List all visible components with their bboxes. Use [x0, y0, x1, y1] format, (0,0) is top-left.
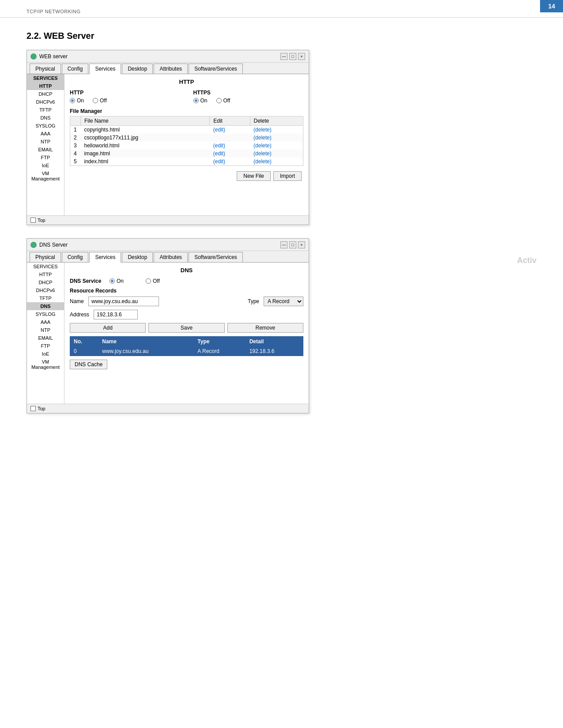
- sidebar-item-services[interactable]: SERVICES: [27, 74, 64, 82]
- dns-close-button[interactable]: ×: [298, 241, 305, 248]
- dns-minimize-button[interactable]: —: [280, 241, 287, 248]
- sidebar-item-syslog[interactable]: SYSLOG: [27, 122, 64, 130]
- dns-sidebar-item-tftp[interactable]: TFTP: [27, 294, 64, 302]
- dns-server-body: SERVICES HTTP DHCP DHCPv6 TFTP DNS SYSLO…: [27, 263, 309, 404]
- dns-on-radio-circle: [110, 278, 115, 284]
- file-table: File Name Edit Delete 1 copyrights.html …: [70, 116, 303, 166]
- file-col-num: [70, 116, 81, 126]
- file-num: 5: [70, 158, 81, 166]
- dns-server-window-title: DNS Server: [39, 242, 68, 248]
- sidebar-item-http[interactable]: HTTP: [27, 82, 64, 90]
- sidebar-item-ftp[interactable]: FTP: [27, 154, 64, 161]
- dns-tab-physical[interactable]: Physical: [30, 252, 61, 262]
- table-row[interactable]: 0 www.joy.csu.edu.au A Record 192.18.3.6: [70, 347, 303, 356]
- dns-cache-button[interactable]: DNS Cache: [70, 360, 107, 369]
- dns-type-label: Type: [248, 298, 259, 304]
- file-col-edit: Edit: [210, 116, 250, 126]
- web-server-body: SERVICES HTTP DHCP DHCPv6 TFTP DNS SYSLO…: [27, 74, 309, 215]
- dns-off-radio[interactable]: Off: [146, 278, 160, 284]
- http-group: HTTP On Off: [70, 90, 180, 104]
- http-on-radio[interactable]: On: [70, 98, 84, 104]
- dns-maximize-button[interactable]: □: [289, 241, 296, 248]
- file-delete[interactable]: (delete): [250, 142, 303, 150]
- close-button[interactable]: ×: [298, 53, 305, 60]
- dns-tab-attributes[interactable]: Attributes: [154, 252, 188, 262]
- dns-sidebar-item-syslog[interactable]: SYSLOG: [27, 310, 64, 318]
- dns-tab-desktop[interactable]: Desktop: [122, 252, 153, 262]
- dns-sidebar-item-dhcpv6[interactable]: DHCPv6: [27, 286, 64, 294]
- https-off-label: Off: [223, 98, 230, 104]
- dns-tab-software-services[interactable]: Software/Services: [189, 252, 243, 262]
- web-server-window-controls[interactable]: — □ ×: [280, 53, 305, 60]
- file-delete[interactable]: (delete): [250, 134, 303, 142]
- file-edit[interactable]: (edit): [210, 142, 250, 150]
- dns-top-checkbox[interactable]: [30, 406, 36, 411]
- dns-on-radio[interactable]: On: [110, 278, 124, 284]
- new-file-button[interactable]: New File: [237, 171, 271, 181]
- minimize-button[interactable]: —: [280, 53, 287, 60]
- tab-config[interactable]: Config: [62, 64, 89, 74]
- dns-sidebar-item-email[interactable]: EMAIL: [27, 334, 64, 342]
- dns-sidebar-item-services[interactable]: SERVICES: [27, 263, 64, 270]
- http-off-radio[interactable]: Off: [93, 98, 107, 104]
- file-edit[interactable]: (edit): [210, 150, 250, 158]
- dns-tab-config[interactable]: Config: [62, 252, 89, 262]
- http-label: HTTP: [70, 90, 180, 96]
- file-delete[interactable]: (delete): [250, 158, 303, 166]
- tab-attributes[interactable]: Attributes: [154, 64, 188, 74]
- https-on-radio[interactable]: On: [193, 98, 208, 104]
- web-server-tabs: Physical Config Services Desktop Attribu…: [27, 63, 309, 74]
- dns-remove-button[interactable]: Remove: [227, 323, 303, 333]
- file-delete[interactable]: (delete): [250, 150, 303, 158]
- dns-server-window-controls[interactable]: — □ ×: [280, 241, 305, 248]
- sidebar-item-dhcpv6[interactable]: DHCPv6: [27, 98, 64, 106]
- dns-name-input[interactable]: [88, 296, 159, 306]
- sidebar-item-email[interactable]: EMAIL: [27, 146, 64, 154]
- dns-on-label: On: [117, 278, 124, 284]
- file-edit[interactable]: (edit): [210, 158, 250, 166]
- dns-sidebar-item-ntp[interactable]: NTP: [27, 326, 64, 334]
- http-row: HTTP On Off HT: [70, 90, 303, 104]
- file-delete[interactable]: (delete): [250, 126, 303, 134]
- dns-sidebar-item-http[interactable]: HTTP: [27, 270, 64, 278]
- dns-top-checkbox-item[interactable]: Top: [30, 406, 45, 411]
- tab-desktop[interactable]: Desktop: [122, 64, 153, 74]
- table-row: 3 helloworld.html (edit) (delete): [70, 142, 303, 150]
- tab-services[interactable]: Services: [89, 64, 121, 74]
- dns-sidebar-item-ftp[interactable]: FTP: [27, 342, 64, 350]
- sidebar-item-dns[interactable]: DNS: [27, 114, 64, 122]
- sidebar-item-ntp[interactable]: NTP: [27, 138, 64, 146]
- dns-tab-services[interactable]: Services: [89, 252, 121, 263]
- file-name: image.html: [81, 150, 210, 158]
- web-server-bottom: Top: [27, 215, 309, 225]
- dns-col-name: Name: [98, 337, 194, 347]
- dns-save-button[interactable]: Save: [148, 323, 224, 333]
- top-checkbox[interactable]: [30, 218, 36, 223]
- dns-sidebar-item-ioe[interactable]: IoE: [27, 350, 64, 358]
- dns-server-bottom: Top: [27, 404, 309, 413]
- https-off-radio[interactable]: Off: [216, 98, 230, 104]
- dns-row-name: www.joy.csu.edu.au: [98, 347, 194, 356]
- import-button[interactable]: Import: [273, 171, 302, 181]
- dns-sidebar-item-dns[interactable]: DNS: [27, 302, 64, 310]
- tab-physical[interactable]: Physical: [30, 64, 61, 74]
- sidebar-item-dhcp[interactable]: DHCP: [27, 90, 64, 98]
- file-edit[interactable]: (edit): [210, 126, 250, 134]
- dns-sidebar-item-aaa[interactable]: AAA: [27, 318, 64, 326]
- tab-software-services[interactable]: Software/Services: [189, 64, 243, 74]
- web-server-icon: [30, 53, 37, 60]
- top-checkbox-item[interactable]: Top: [30, 218, 45, 223]
- sidebar-item-aaa[interactable]: AAA: [27, 130, 64, 138]
- sidebar-item-vm[interactable]: VM Management: [27, 169, 64, 183]
- sidebar-item-ioe[interactable]: IoE: [27, 161, 64, 169]
- maximize-button[interactable]: □: [289, 53, 296, 60]
- sidebar-item-tftp[interactable]: TFTP: [27, 106, 64, 114]
- dns-address-input[interactable]: [94, 310, 138, 319]
- dns-address-label: Address: [70, 311, 89, 318]
- dns-add-button[interactable]: Add: [70, 323, 146, 333]
- dns-type-select[interactable]: A Record: [264, 296, 303, 306]
- dns-sidebar-item-dhcp[interactable]: DHCP: [27, 278, 64, 286]
- http-off-label: Off: [100, 98, 107, 104]
- dns-sidebar-item-vm[interactable]: VM Management: [27, 358, 64, 371]
- dns-server-titlebar: DNS Server — □ ×: [27, 239, 309, 251]
